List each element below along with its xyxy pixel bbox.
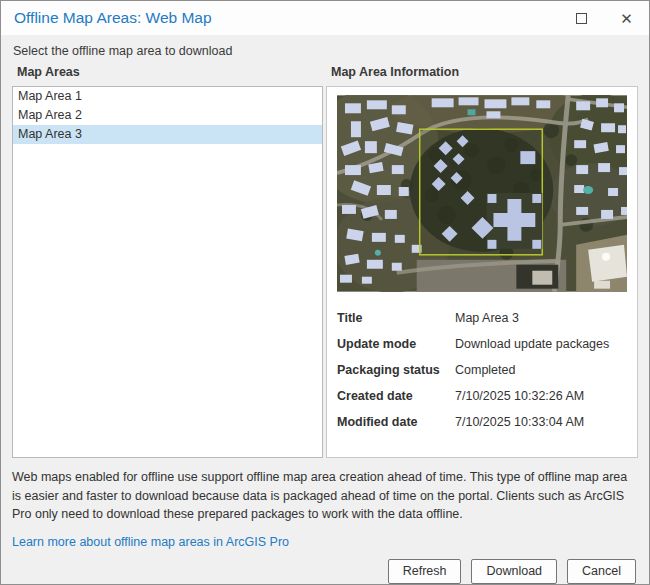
field-update-mode: Update mode Download update packages <box>337 331 627 357</box>
list-item-map-area-1[interactable]: Map Area 1 <box>13 87 322 106</box>
panels-container: Map Areas Map Area 1 Map Area 2 Map Area… <box>1 65 649 458</box>
field-modified-date-value: 7/10/2025 10:33:04 AM <box>455 415 584 429</box>
field-title-value: Map Area 3 <box>455 311 519 325</box>
field-created-date: Created date 7/10/2025 10:32:26 AM <box>337 383 627 409</box>
cancel-button[interactable]: Cancel <box>567 559 636 584</box>
field-update-mode-label: Update mode <box>337 337 455 351</box>
button-row: Refresh Download Cancel <box>1 549 649 584</box>
refresh-button[interactable]: Refresh <box>388 559 462 584</box>
field-title: Title Map Area 3 <box>337 305 627 331</box>
map-area-info-header: Map Area Information <box>326 65 638 86</box>
offline-description: Web maps enabled for offline use support… <box>12 468 638 524</box>
map-areas-panel: Map Areas Map Area 1 Map Area 2 Map Area… <box>12 65 323 458</box>
field-title-label: Title <box>337 311 455 325</box>
bottom-section: Web maps enabled for offline use support… <box>1 458 649 549</box>
maximize-icon <box>576 13 587 24</box>
map-area-fields: Title Map Area 3 Update mode Download up… <box>337 305 627 435</box>
map-area-info-box: Title Map Area 3 Update mode Download up… <box>326 86 638 458</box>
title-bar: Offline Map Areas: Web Map ✕ <box>1 1 649 35</box>
field-modified-date-label: Modified date <box>337 415 455 429</box>
map-areas-header: Map Areas <box>12 65 323 86</box>
list-item-map-area-2[interactable]: Map Area 2 <box>13 106 322 125</box>
field-modified-date: Modified date 7/10/2025 10:33:04 AM <box>337 409 627 435</box>
field-packaging-status-value: Completed <box>455 363 515 377</box>
dialog-instruction: Select the offline map area to download <box>1 35 649 65</box>
maximize-button[interactable] <box>559 1 604 35</box>
dialog-title: Offline Map Areas: Web Map <box>14 9 212 27</box>
window-controls: ✕ <box>559 1 649 35</box>
offline-map-areas-dialog: Offline Map Areas: Web Map ✕ Select the … <box>0 0 650 585</box>
learn-more-link[interactable]: Learn more about offline map areas in Ar… <box>12 535 289 549</box>
field-created-date-label: Created date <box>337 389 455 403</box>
field-packaging-status: Packaging status Completed <box>337 357 627 383</box>
close-button[interactable]: ✕ <box>604 1 649 35</box>
list-item-map-area-3[interactable]: Map Area 3 <box>13 125 322 144</box>
map-areas-listbox: Map Area 1 Map Area 2 Map Area 3 <box>12 86 323 458</box>
map-area-thumbnail <box>337 95 627 292</box>
field-packaging-status-label: Packaging status <box>337 363 455 377</box>
field-update-mode-value: Download update packages <box>455 337 609 351</box>
close-icon: ✕ <box>620 11 633 26</box>
download-button[interactable]: Download <box>471 559 557 584</box>
field-created-date-value: 7/10/2025 10:32:26 AM <box>455 389 584 403</box>
map-area-info-panel: Map Area Information <box>326 65 638 458</box>
